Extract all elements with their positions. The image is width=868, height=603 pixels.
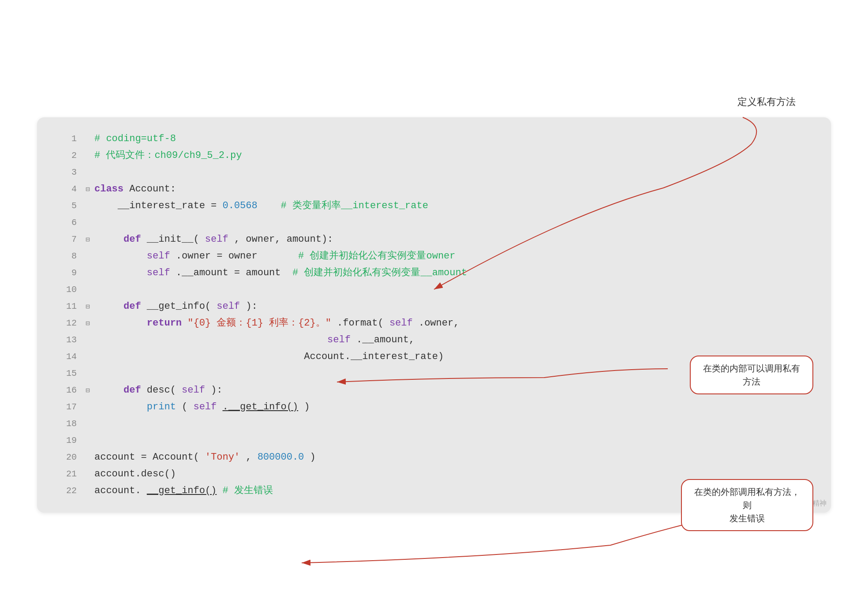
code-line-1: 1 # coding=utf-8 bbox=[55, 131, 813, 147]
code-line-6: 6 bbox=[55, 214, 813, 231]
code-line-13: 13 self .__amount, bbox=[55, 332, 813, 348]
code-block: 1 # coding=utf-8 2 # 代码文件：ch09/ch9_5_2.p… bbox=[55, 131, 813, 499]
code-line-19: 19 bbox=[55, 432, 813, 449]
code-line-4: 4 ⊟ class Account: bbox=[55, 181, 813, 198]
code-line-10: 10 bbox=[55, 281, 813, 298]
code-line-11: 11 ⊟ def __get_info( self ): bbox=[55, 298, 813, 315]
code-line-3: 3 bbox=[55, 164, 813, 181]
page-container: 定义私有方法 1 # coding=utf-8 bbox=[37, 91, 831, 513]
annotation-internal-bubble: 在类的内部可以调用私有方法 bbox=[690, 356, 813, 394]
code-line-12: 12 ⊟ return "{0} 金额：{1} 利率：{2}。" .format… bbox=[55, 315, 813, 332]
annotation-external-bubble: 在类的外部调用私有方法，则发生错误 bbox=[681, 479, 813, 531]
code-line-2: 2 # 代码文件：ch09/ch9_5_2.py bbox=[55, 147, 813, 164]
code-line-9: 9 self .__amount = amount # 创建并初始化私有实例变量… bbox=[55, 265, 813, 281]
code-line-18: 18 bbox=[55, 416, 813, 432]
annotation-top-label: 定义私有方法 bbox=[737, 95, 796, 109]
code-line-8: 8 self .owner = owner # 创建并初始化公有实例变量owne… bbox=[55, 248, 813, 265]
code-line-20: 20 account = Account( 'Tony' , 800000.0 … bbox=[55, 449, 813, 466]
code-card: 1 # coding=utf-8 2 # 代码文件：ch09/ch9_5_2.p… bbox=[37, 117, 831, 513]
code-line-7: 7 ⊟ def __init__( self , owner, amount): bbox=[55, 231, 813, 248]
code-line-5: 5 __interest_rate = 0.0568 # 类变量利率__inte… bbox=[55, 198, 813, 214]
code-line-17: 17 print ( self .__get_info() ) bbox=[55, 399, 813, 416]
